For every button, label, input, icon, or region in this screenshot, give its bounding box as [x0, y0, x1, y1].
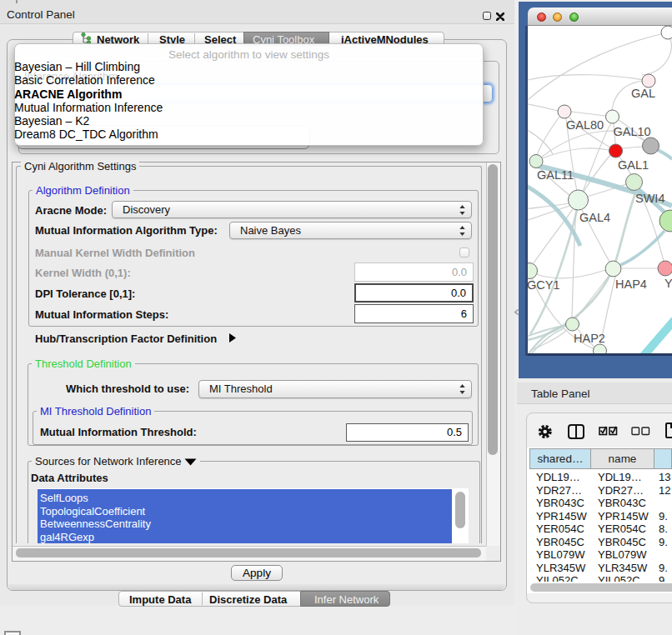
svg-text:HAP4: HAP4: [615, 278, 647, 291]
svg-text:GAL80: GAL80: [566, 118, 604, 132]
svg-text:HAP2: HAP2: [574, 332, 605, 345]
svg-text:GAL4: GAL4: [579, 211, 610, 224]
svg-text:GAL10: GAL10: [614, 125, 651, 138]
svg-text:Y: Y: [664, 277, 672, 290]
svg-text:GAL1: GAL1: [618, 158, 649, 172]
svg-text:GCY1: GCY1: [528, 278, 560, 292]
svg-text:SWI4: SWI4: [635, 192, 664, 205]
svg-text:GAL: GAL: [631, 87, 655, 100]
svg-text:GAL11: GAL11: [537, 168, 574, 182]
